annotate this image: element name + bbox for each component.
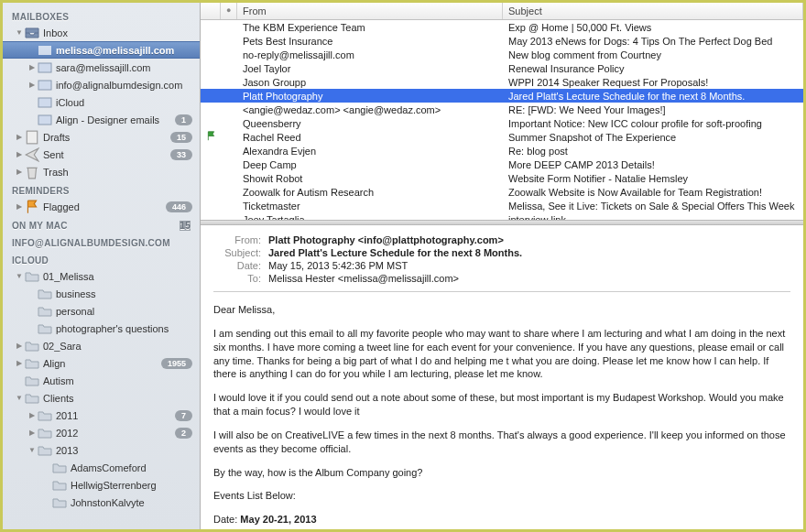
- disclosure-icon[interactable]: ▶: [16, 151, 23, 158]
- disclosure-icon[interactable]: ▼: [16, 395, 23, 402]
- message-row[interactable]: QueensberryImportant Notice: New ICC col…: [201, 116, 803, 130]
- row-subject: Summer Snapshot of The Experience: [503, 132, 803, 143]
- row-subject: Jared Platt's Lecture Schedule for the n…: [503, 91, 803, 102]
- disclosure-icon[interactable]: ▼: [16, 29, 23, 37]
- folder-personal[interactable]: personal: [3, 302, 200, 320]
- badge: 15: [170, 132, 192, 143]
- message-row[interactable]: Jason GrouppWPPI 2014 Speaker Request Fo…: [201, 75, 803, 89]
- sidebar-account-melissa[interactable]: melissa@melissajill.com: [3, 41, 200, 59]
- folder-01melissa[interactable]: ▼ 01_Melissa: [3, 267, 200, 285]
- disclosure-icon[interactable]: ▶: [28, 81, 36, 89]
- sidebar-flagged[interactable]: ▶ Flagged 446: [3, 198, 200, 215]
- col-flag[interactable]: [201, 3, 221, 19]
- message-row[interactable]: Joel TaylorRenewal Insurance Policy: [201, 61, 803, 75]
- disclosure-icon[interactable]: ▼: [16, 273, 23, 280]
- sidebar-account-sara[interactable]: ▶ sara@melissajill.com: [3, 59, 200, 76]
- disclosure-icon[interactable]: ▶: [28, 412, 36, 419]
- folder-icon: [38, 409, 52, 422]
- svg-rect-2: [38, 98, 51, 107]
- folder-icon: [52, 461, 67, 474]
- sidebar-inbox[interactable]: ▼ Inbox: [3, 24, 200, 41]
- row-from: Ticketmaster: [237, 201, 503, 212]
- folder-icon: [38, 427, 52, 440]
- message-row[interactable]: Rachel ReedSummer Snapshot of The Experi…: [201, 130, 803, 144]
- folder-clients[interactable]: ▼ Clients: [3, 389, 200, 407]
- message-row[interactable]: Alexandra EvjenRe: blog post: [201, 144, 803, 157]
- inbox-label: Inbox: [43, 27, 192, 38]
- folder-align[interactable]: ▶ Align 1955: [3, 354, 200, 372]
- disclosure-icon[interactable]: ▶: [16, 342, 23, 350]
- folder-photoq[interactable]: photographer's questions: [3, 320, 200, 337]
- disclosure-icon[interactable]: ▶: [16, 168, 23, 176]
- body-p5: Events List Below:: [213, 489, 790, 503]
- folder-02sara[interactable]: ▶ 02_Sara: [3, 337, 200, 354]
- row-from: no-reply@melissajill.com: [237, 49, 503, 60]
- disclosure-icon[interactable]: ▶: [28, 64, 36, 71]
- row-from: Pets Best Insurance: [237, 36, 503, 47]
- folder-icon: [25, 392, 39, 405]
- badge: 1: [175, 114, 192, 125]
- message-row[interactable]: Pets Best InsuranceMay 2013 eNews for Do…: [201, 34, 803, 48]
- sidebar-account-align[interactable]: ▶ info@alignalbumdesign.com: [3, 76, 200, 93]
- hdr-to: Melissa Hester <melissa@melissajill.com>: [268, 273, 790, 284]
- section-onmymac: ON MY MAC 15: [3, 215, 200, 233]
- disclosure-icon[interactable]: ▼: [28, 447, 36, 454]
- message-row[interactable]: <angie@wedaz.com> <angie@wedaz.com>RE: […: [201, 103, 803, 116]
- folder-icon: [25, 375, 39, 387]
- badge: 33: [170, 149, 192, 160]
- inbox-icon: [38, 79, 52, 92]
- folder-adams[interactable]: AdamsComeford: [3, 459, 200, 476]
- svg-rect-1: [38, 81, 51, 90]
- message-row[interactable]: Showit RobotWebsite Form Notifier - Nata…: [201, 171, 803, 185]
- disclosure-icon[interactable]: ▶: [16, 203, 23, 211]
- sidebar-account-icloud[interactable]: iCloud: [3, 93, 200, 111]
- message-row[interactable]: TicketmasterMelissa, See it Live: Ticket…: [201, 199, 803, 212]
- inbox-icon: [38, 96, 52, 109]
- row-subject: RE: [FWD: We Need Your Images!]: [503, 104, 803, 115]
- badge: 7: [175, 410, 192, 421]
- sidebar-trash[interactable]: ▶ Trash: [3, 163, 200, 180]
- hdr-subject: Jared Platt's Lecture Schedule for the n…: [268, 247, 790, 258]
- folder-hellwig[interactable]: HellwigSterrenberg: [3, 476, 200, 494]
- sent-icon: [25, 148, 39, 161]
- folder-2012[interactable]: ▶ 2012 2: [3, 424, 200, 441]
- message-row[interactable]: The KBM Experience TeamExp @ Home | 50,0…: [201, 20, 803, 34]
- row-subject: May 2013 eNews for Dogs: 4 Tips On The P…: [503, 36, 803, 47]
- message-list[interactable]: The KBM Experience TeamExp @ Home | 50,0…: [201, 20, 803, 220]
- message-row[interactable]: Platt PhotographyJared Platt's Lecture S…: [201, 89, 803, 103]
- sidebar: MAILBOXES ▼ Inbox melissa@melissajill.co…: [3, 3, 201, 529]
- folder-autism[interactable]: Autism: [3, 372, 200, 389]
- col-subject[interactable]: Subject: [503, 3, 803, 19]
- col-from[interactable]: From: [237, 3, 503, 19]
- folder-johnston[interactable]: JohnstonKalvyte: [3, 494, 200, 511]
- folder-icon: [38, 322, 52, 335]
- sidebar-account-designer[interactable]: Align - Designer emails 1: [3, 111, 200, 128]
- row-subject: Renewal Insurance Policy: [503, 63, 803, 74]
- hdr-from-label: From:: [213, 234, 261, 245]
- drafts-icon: [25, 131, 39, 144]
- hdr-from: Platt Photography <info@plattphotography…: [268, 234, 790, 245]
- main-pane: ● From Subject The KBM Experience TeamEx…: [201, 3, 803, 529]
- disclosure-icon[interactable]: ▶: [28, 429, 36, 437]
- sidebar-drafts[interactable]: ▶ Drafts 15: [3, 128, 200, 146]
- svg-rect-4: [27, 131, 37, 144]
- message-body: Dear Melissa, I am sending out this emai…: [213, 303, 790, 529]
- body-p3: I will also be on CreativeLIVE a few tim…: [213, 429, 790, 456]
- greeting: Dear Melissa,: [213, 303, 790, 317]
- folder-2013[interactable]: ▼ 2013: [3, 441, 200, 459]
- disclosure-icon[interactable]: ▶: [16, 360, 23, 367]
- message-row[interactable]: Zoowalk for Autism ResearchZoowalk Websi…: [201, 185, 803, 199]
- message-row[interactable]: no-reply@melissajill.comNew blog comment…: [201, 48, 803, 61]
- folder-2011[interactable]: ▶ 2011 7: [3, 407, 200, 424]
- col-status[interactable]: ●: [221, 3, 237, 19]
- disclosure-icon[interactable]: [28, 47, 36, 54]
- inbox-icon: [25, 27, 39, 39]
- sidebar-sent[interactable]: ▶ Sent 33: [3, 146, 200, 163]
- preview-divider: [213, 291, 790, 292]
- inbox-icon: [38, 44, 52, 57]
- message-row[interactable]: Joey Tartagliainterview link: [201, 212, 803, 220]
- message-row[interactable]: Deep CampMore DEEP CAMP 2013 Details!: [201, 157, 803, 171]
- row-from: <angie@wedaz.com> <angie@wedaz.com>: [237, 104, 503, 115]
- folder-business[interactable]: business: [3, 285, 200, 302]
- disclosure-icon[interactable]: ▶: [16, 134, 23, 141]
